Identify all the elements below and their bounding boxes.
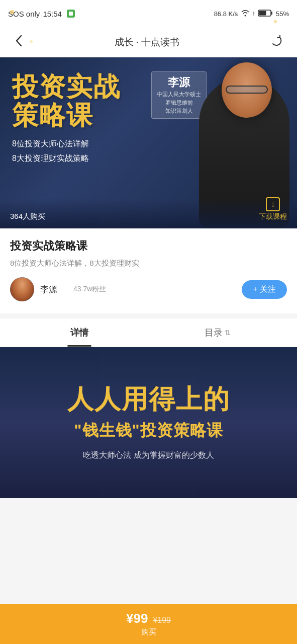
status-left: SOS only 15:54 bbox=[8, 10, 75, 18]
download-label: 下载课程 bbox=[259, 212, 287, 221]
hero-title-line2: 策略课 bbox=[12, 101, 121, 130]
follow-button[interactable]: + 关注 bbox=[242, 280, 287, 299]
course-info-card: 投资实战策略课 8位投资大师心法详解，8大投资理财实 李源 43.7w粉丝 + … bbox=[0, 228, 297, 313]
nav-bar: 成长 · 十点读书 bbox=[0, 27, 297, 57]
deco-dot-3 bbox=[30, 40, 33, 43]
author-fans: 43.7w粉丝 bbox=[73, 285, 106, 294]
nav-title: 成长 · 十点读书 bbox=[115, 36, 180, 49]
svg-rect-2 bbox=[259, 11, 266, 15]
tabs-section: 详情 目录 ⇅ bbox=[0, 318, 297, 347]
glasses bbox=[226, 86, 268, 94]
deco-dot-1 bbox=[10, 10, 14, 14]
back-button[interactable] bbox=[10, 29, 28, 56]
author-row: 李源 43.7w粉丝 + 关注 bbox=[10, 277, 287, 301]
author-avatar bbox=[10, 277, 34, 301]
refresh-button[interactable] bbox=[266, 30, 287, 54]
status-bar: SOS only 15:54 86.8 K/s ! 55% bbox=[0, 0, 297, 27]
sort-icon: ⇅ bbox=[225, 329, 231, 337]
price-current: ¥99 bbox=[126, 611, 148, 626]
signal-exclamation: ! bbox=[253, 10, 255, 18]
avatar-image bbox=[10, 277, 34, 301]
wifi-icon bbox=[241, 10, 250, 18]
tab-catalog[interactable]: 目录 ⇅ bbox=[149, 318, 287, 347]
svg-rect-1 bbox=[271, 12, 272, 15]
battery-percent: 55% bbox=[276, 10, 289, 18]
price-row: ¥99 ¥199 bbox=[126, 611, 171, 626]
hero-title-line1: 投资实战 bbox=[12, 72, 121, 101]
promo-title-line1: 人人用得上的 bbox=[67, 383, 230, 415]
notification-dot bbox=[67, 10, 75, 18]
deco-dot-2 bbox=[274, 20, 277, 23]
buy-label[interactable]: 购买 bbox=[141, 627, 156, 637]
author-name: 李源 bbox=[40, 284, 57, 295]
battery-icon bbox=[258, 9, 273, 19]
promo-banner: 人人用得上的 "钱生钱"投资策略课 吃透大师心法 成为掌握财富的少数人 bbox=[0, 347, 297, 498]
hero-banner: 投资实战 策略课 8位投资大师心法详解 8大投资理财实战策略 李源 中国人民大学… bbox=[0, 57, 297, 228]
download-button[interactable]: ↓ 下载课程 bbox=[259, 197, 287, 221]
bottom-bar[interactable]: ¥99 ¥199 购买 bbox=[0, 604, 297, 644]
network-speed: 86.8 K/s bbox=[214, 10, 238, 18]
download-icon: ↓ bbox=[266, 197, 280, 211]
promo-title-line2: "钱生钱"投资策略课 bbox=[74, 420, 223, 442]
hero-purchases: 364人购买 bbox=[10, 212, 45, 221]
hero-sub-text-1: 8位投资大师心法详解 bbox=[12, 137, 121, 151]
course-title: 投资实战策略课 bbox=[10, 238, 287, 254]
promo-desc: 吃透大师心法 成为掌握财富的少数人 bbox=[83, 449, 214, 462]
detail-content: 人人用得上的 "钱生钱"投资策略课 吃透大师心法 成为掌握财富的少数人 bbox=[0, 347, 297, 498]
status-time: 15:54 bbox=[43, 10, 62, 18]
hero-sub-text-2: 8大投资理财实战策略 bbox=[12, 151, 121, 166]
status-right: 86.8 K/s ! 55% bbox=[214, 9, 289, 19]
hero-text-area: 投资实战 策略课 8位投资大师心法详解 8大投资理财实战策略 bbox=[12, 72, 121, 166]
tabs-row: 详情 目录 ⇅ bbox=[0, 318, 297, 347]
course-desc: 8位投资大师心法详解，8大投资理财实 bbox=[10, 259, 287, 268]
tab-detail[interactable]: 详情 bbox=[10, 318, 149, 347]
price-original: ¥199 bbox=[153, 616, 171, 625]
